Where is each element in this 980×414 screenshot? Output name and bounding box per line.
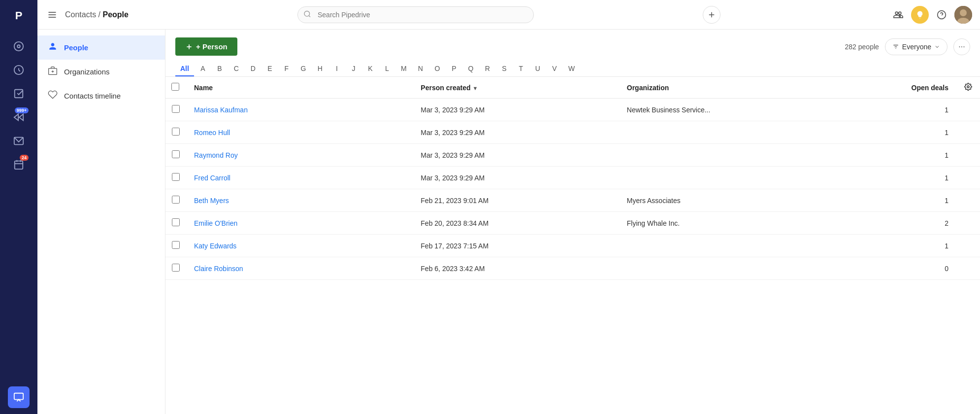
person-name-link-1[interactable]: Romeo Hull <box>194 129 230 137</box>
alpha-btn-d[interactable]: D <box>245 62 261 76</box>
alpha-btn-b[interactable]: B <box>212 62 228 76</box>
person-name-link-4[interactable]: Beth Myers <box>194 197 229 205</box>
alpha-btn-c[interactable]: C <box>229 62 244 76</box>
hamburger-button[interactable] <box>45 8 59 22</box>
person-name-link-7[interactable]: Claire Robinson <box>194 265 243 273</box>
cell-deals-2: 1 <box>846 144 956 167</box>
cell-deals-0: 1 <box>846 99 956 121</box>
sidebar-item-people[interactable]: People <box>37 35 165 60</box>
avatar[interactable] <box>954 6 972 24</box>
alpha-btn-r[interactable]: R <box>480 62 495 76</box>
table-row: Beth Myers Feb 21, 2023 9:01 AM Myers As… <box>165 189 980 212</box>
table-row: Emilie O'Brien Feb 20, 2023 8:34 AM Flyi… <box>165 212 980 235</box>
sidebar-item-organizations[interactable]: Organizations <box>37 60 165 84</box>
cell-name-2: Raymond Roy <box>186 144 413 167</box>
person-name-link-3[interactable]: Fred Carroll <box>194 174 230 182</box>
svg-rect-15 <box>14 393 23 400</box>
calendar-badge: 24 <box>20 155 29 161</box>
sidebar-item-activity[interactable] <box>8 35 30 57</box>
row-select-1[interactable] <box>172 128 180 136</box>
row-select-2[interactable] <box>172 150 180 158</box>
row-select-0[interactable] <box>172 105 180 113</box>
alpha-btn-e[interactable]: E <box>262 62 278 76</box>
search-icon <box>303 10 311 19</box>
row-checkbox-6 <box>165 235 186 257</box>
add-button[interactable] <box>703 6 720 24</box>
alpha-btn-s[interactable]: S <box>496 62 512 76</box>
person-name-link-2[interactable]: Raymond Roy <box>194 151 238 159</box>
svg-point-2 <box>14 42 23 51</box>
panel-header: + Person 282 people Everyone <box>165 30 980 77</box>
cell-settings-1 <box>956 121 980 144</box>
filter-button[interactable]: Everyone <box>885 38 947 55</box>
help-button[interactable] <box>933 6 950 24</box>
organizations-icon <box>47 66 58 78</box>
sidebar-item-calendar[interactable]: 24 <box>8 154 30 175</box>
row-select-6[interactable] <box>172 241 180 249</box>
sidebar-item-campaigns[interactable]: 999+ <box>8 106 30 128</box>
alpha-btn-a[interactable]: A <box>195 62 211 76</box>
sidebar-item-deals[interactable] <box>8 59 30 81</box>
row-select-3[interactable] <box>172 173 180 181</box>
select-all-checkbox[interactable] <box>171 83 179 91</box>
row-select-4[interactable] <box>172 196 180 204</box>
alpha-btn-k[interactable]: K <box>362 62 378 76</box>
alpha-btn-all[interactable]: All <box>175 62 194 76</box>
svg-rect-7 <box>15 90 23 98</box>
cell-org-2 <box>619 144 846 167</box>
alpha-btn-q[interactable]: Q <box>463 62 479 76</box>
cell-name-1: Romeo Hull <box>186 121 413 144</box>
person-name-link-0[interactable]: Marissa Kaufman <box>194 106 248 114</box>
table-settings-header[interactable] <box>956 77 980 99</box>
alphabet-filter: AllABCDEFGHIJKLMNOPQRSTUVW <box>175 62 970 76</box>
sidebar-item-contacts-timeline[interactable]: Contacts timeline <box>37 84 165 108</box>
alpha-btn-m[interactable]: M <box>396 62 412 76</box>
search-input[interactable] <box>297 6 534 23</box>
campaigns-badge: 999+ <box>15 107 29 113</box>
alpha-btn-u[interactable]: U <box>530 62 546 76</box>
alpha-btn-p[interactable]: P <box>446 62 462 76</box>
alpha-btn-n[interactable]: N <box>413 62 428 76</box>
alpha-btn-f[interactable]: F <box>279 62 294 76</box>
top-header: Contacts / People <box>37 0 980 30</box>
sidebar-item-tasks[interactable] <box>8 83 30 104</box>
add-person-button[interactable]: + Person <box>175 37 237 56</box>
add-person-label: + Person <box>196 42 228 51</box>
row-checkbox-3 <box>165 167 186 189</box>
alpha-btn-j[interactable]: J <box>346 62 361 76</box>
svg-rect-11 <box>15 161 23 170</box>
cell-created-3: Mar 3, 2023 9:29 AM <box>413 167 619 189</box>
alpha-btn-w[interactable]: W <box>563 62 580 76</box>
more-options-button[interactable]: ··· <box>953 38 970 55</box>
name-column-header: Name <box>186 77 413 99</box>
alpha-btn-t[interactable]: T <box>513 62 529 76</box>
table-container: Name Person created ▼ Organization Open … <box>165 77 980 414</box>
person-name-link-6[interactable]: Katy Edwards <box>194 242 236 250</box>
row-checkbox-4 <box>165 189 186 212</box>
created-column-header[interactable]: Person created ▼ <box>413 77 619 99</box>
people-nav-label: People <box>64 43 88 52</box>
alpha-btn-l[interactable]: L <box>379 62 395 76</box>
sidebar-item-chat[interactable] <box>8 386 30 408</box>
alpha-btn-v[interactable]: V <box>547 62 562 76</box>
breadcrumb: Contacts / People <box>65 10 129 19</box>
alpha-btn-o[interactable]: O <box>429 62 445 76</box>
sidebar-item-mail[interactable] <box>8 130 30 152</box>
row-select-7[interactable] <box>172 264 180 272</box>
cell-created-1: Mar 3, 2023 9:29 AM <box>413 121 619 144</box>
row-select-5[interactable] <box>172 218 180 226</box>
add-contact-button[interactable] <box>889 6 907 24</box>
alpha-btn-h[interactable]: H <box>312 62 328 76</box>
cell-created-0: Mar 3, 2023 9:29 AM <box>413 99 619 121</box>
cell-deals-3: 1 <box>846 167 956 189</box>
alpha-btn-i[interactable]: I <box>329 62 345 76</box>
cell-org-5: Flying Whale Inc. <box>619 212 846 235</box>
person-name-link-5[interactable]: Emilie O'Brien <box>194 219 237 227</box>
sidebar-bottom <box>8 386 30 408</box>
cell-name-5: Emilie O'Brien <box>186 212 413 235</box>
cell-org-1 <box>619 121 846 144</box>
alpha-btn-g[interactable]: G <box>295 62 311 76</box>
app-logo[interactable]: P <box>9 6 29 26</box>
svg-line-6 <box>19 70 20 71</box>
tips-button[interactable] <box>911 6 929 24</box>
